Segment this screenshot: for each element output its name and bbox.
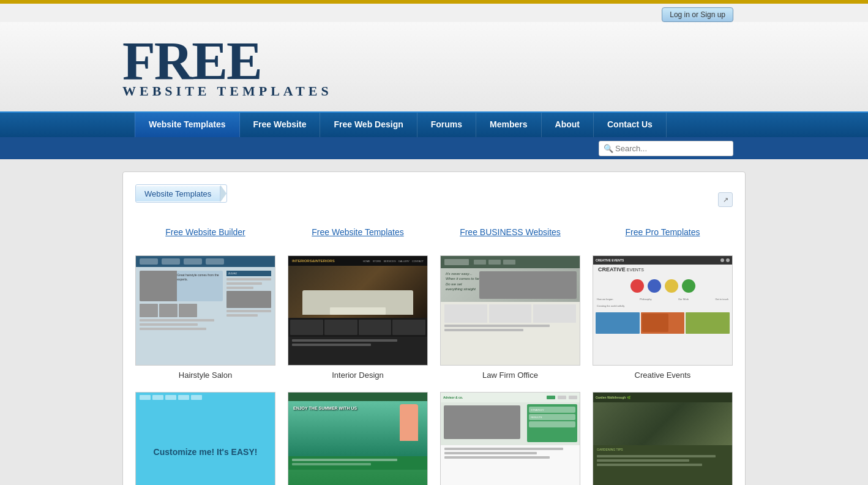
category-business: Free BUSINESS Websites <box>440 227 580 243</box>
login-button[interactable]: Log in or Sign up <box>662 7 733 22</box>
category-templates: Free Website Templates <box>288 227 428 243</box>
category-builder-title[interactable]: Free Website Builder <box>135 227 275 237</box>
nav-item-about[interactable]: About <box>542 111 594 137</box>
template-name-hairstyle: Hairstyle Salon <box>179 370 232 380</box>
thumb-interior-logo: INTERIORS&INTERIORS <box>292 259 335 263</box>
thumb-garden-text: GARDENING TIPS <box>593 445 732 454</box>
logo-sub-text: WEBSITE TEMPLATES <box>122 83 332 99</box>
category-builder: Free Website Builder <box>135 227 275 243</box>
thumb-garden-logo: Garden Walkthrough 🌿 <box>596 396 630 399</box>
nav-item-free-web-design[interactable]: Free Web Design <box>320 111 417 137</box>
expand-icon[interactable]: ↗ <box>718 192 733 207</box>
category-pro-title[interactable]: Free Pro Templates <box>593 227 733 237</box>
search-input-wrap: 🔍 <box>599 141 733 156</box>
template-thumb-advisor: Advisor & co. STRATEGY RESULTS <box>440 392 580 485</box>
thumb-interior-img <box>288 266 427 318</box>
thumb-advisor-people <box>444 405 520 439</box>
thumb-lawfirm-inner: It's never easy...When it comes to famil… <box>441 256 580 365</box>
categories-row: Free Website Builder Free Website Templa… <box>135 227 733 243</box>
thumb-customize-text: Customize me! It's EASY! <box>136 402 275 485</box>
content-box: Website Templates ↗ Free Website Builder… <box>122 171 746 485</box>
thumb-advisor-pill-results: RESULTS <box>529 414 575 420</box>
nav-item-forums[interactable]: Forums <box>417 111 476 137</box>
template-name-events: Creative Events <box>635 370 691 380</box>
nav-item-free-website[interactable]: Free Website <box>240 111 321 137</box>
search-bar: 🔍 <box>0 137 868 159</box>
thumb-interior-strip <box>288 318 427 337</box>
thumb-garden-header: Garden Walkthrough 🌿 <box>593 393 732 402</box>
template-thumb-lawfirm: It's never easy...When it comes to famil… <box>440 255 580 366</box>
thumb-lawfirm-header <box>441 256 580 268</box>
thumb-advisor-inner: Advisor & co. STRATEGY RESULTS <box>441 393 580 485</box>
template-card-advisor[interactable]: Advisor & co. STRATEGY RESULTS <box>440 392 580 485</box>
nav-item-members[interactable]: Members <box>476 111 541 137</box>
thumb-garden-inner: Garden Walkthrough 🌿 GARDENING TIPS <box>593 393 732 485</box>
thumb-garden-hero <box>593 402 732 445</box>
breadcrumb-row: Website Templates ↗ <box>135 184 733 215</box>
thumb-summer-person <box>400 404 418 441</box>
template-name-interior: Interior Design <box>332 370 384 380</box>
category-pro: Free Pro Templates <box>593 227 733 243</box>
template-card-lawfirm[interactable]: It's never easy...When it comes to famil… <box>440 255 580 380</box>
template-card-summer[interactable]: ENJOY THE SUMMER WITH US Summer <box>288 392 428 485</box>
thumb-advisor-nav: Advisor & co. <box>441 393 580 402</box>
nav-item-website-templates[interactable]: Website Templates <box>135 111 240 137</box>
template-thumb-summer: ENJOY THE SUMMER WITH US <box>288 392 428 485</box>
navigation-bar: Website Templates Free Website Free Web … <box>0 111 868 137</box>
thumb-advisor-sidebar: STRATEGY RESULTS <box>527 404 577 442</box>
template-card-customize[interactable]: Customize me! It's EASY! Customize me! I… <box>135 392 275 485</box>
logo: FREE WEBSITE TEMPLATES <box>122 34 332 99</box>
template-thumb-hairstyle: Great hairstyle comes from the experts. <box>135 255 275 366</box>
template-card-events[interactable]: CREATIVE EVENTS CREATIVE EVENTS <box>593 255 733 380</box>
main-content: Website Templates ↗ Free Website Builder… <box>0 159 868 485</box>
template-thumb-garden: Garden Walkthrough 🌿 GARDENING TIPS <box>593 392 733 485</box>
thumb-advisor-pill-strategy: STRATEGY <box>529 407 575 413</box>
nav-item-contact-us[interactable]: Contact Us <box>594 111 667 137</box>
template-thumb-customize: Customize me! It's EASY! <box>135 392 275 485</box>
thumb-events-circles <box>593 274 732 298</box>
thumb-interior-nav: INTERIORS&INTERIORS HOME STORE SERVICES … <box>288 256 427 266</box>
thumb-summer-nav <box>288 393 427 401</box>
search-icon: 🔍 <box>604 144 613 153</box>
thumb-advisor-pill-more <box>529 421 575 427</box>
thumb-customize-bars <box>136 393 275 402</box>
thumb-interior-table <box>330 307 386 315</box>
breadcrumb-item[interactable]: Website Templates <box>136 186 220 201</box>
breadcrumb: Website Templates <box>135 184 227 203</box>
template-name-lawfirm: Law Firm Office <box>482 370 538 380</box>
thumb-garden-img <box>593 402 732 445</box>
thumb-lawfirm-logo <box>444 259 469 265</box>
thumb-events-inner: CREATIVE EVENTS CREATIVE EVENTS <box>593 256 732 365</box>
category-business-title[interactable]: Free BUSINESS Websites <box>440 227 580 237</box>
templates-grid: Great hairstyle comes from the experts. <box>135 255 733 380</box>
thumb-events-photos <box>593 310 732 336</box>
thumb-advisor-logo: Advisor & co. <box>443 396 463 399</box>
thumb-advisor-hero: STRATEGY RESULTS <box>441 402 580 445</box>
logo-free-text: FREE <box>122 34 332 88</box>
thumb-events-nav: CREATIVE EVENTS <box>593 256 732 265</box>
thumb-customize-inner: Customize me! It's EASY! <box>136 393 275 485</box>
category-templates-title[interactable]: Free Website Templates <box>288 227 428 237</box>
search-input[interactable] <box>599 141 733 156</box>
template-card-garden[interactable]: Garden Walkthrough 🌿 GARDENING TIPS <box>593 392 733 485</box>
thumb-summer-hero: ENJOY THE SUMMER WITH US <box>288 401 427 456</box>
header: FREE WEBSITE TEMPLATES <box>0 22 868 111</box>
template-card-interior[interactable]: INTERIORS&INTERIORS HOME STORE SERVICES … <box>288 255 428 380</box>
template-card-hairstyle[interactable]: Great hairstyle comes from the experts. <box>135 255 275 380</box>
thumb-summer-inner: ENJOY THE SUMMER WITH US <box>288 393 427 485</box>
template-thumb-events: CREATIVE EVENTS CREATIVE EVENTS <box>593 255 733 366</box>
thumb-lawfirm-hero: It's never easy...When it comes to famil… <box>441 268 580 302</box>
thumb-nav-mock <box>136 256 275 267</box>
thumb-lawfirm-people <box>479 271 577 299</box>
thumb-events-logo: CREATIVE EVENTS <box>596 258 624 262</box>
nav-items: Website Templates Free Website Free Web … <box>0 111 667 137</box>
templates-grid-row2: Customize me! It's EASY! Customize me! I… <box>135 392 733 485</box>
template-thumb-interior: INTERIORS&INTERIORS HOME STORE SERVICES … <box>288 255 428 366</box>
